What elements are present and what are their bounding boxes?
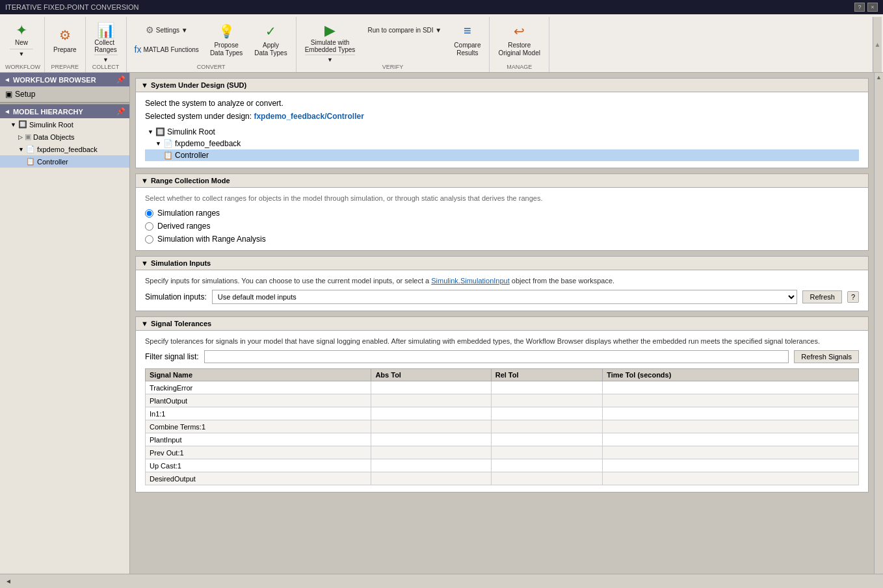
col-rel-tol: Rel Tol xyxy=(491,369,602,381)
table-row[interactable]: In1:1 xyxy=(146,407,859,420)
table-cell-absTol[interactable] xyxy=(371,459,491,472)
sim-refresh-button[interactable]: Refresh xyxy=(802,290,842,303)
compare-results-button[interactable]: ≡ CompareResults xyxy=(449,19,485,60)
table-cell-name[interactable]: TrackingError xyxy=(146,381,371,394)
table-cell-relTol[interactable] xyxy=(491,381,602,394)
sim-inputs-link[interactable]: Simulink.SimulationInput xyxy=(431,277,509,285)
sud-tree: ▼ 🔲 Simulink Root ▼ 📄 fxpdemo_feedback 📋… xyxy=(145,126,859,161)
sim-inputs-select[interactable]: Use default model inputs xyxy=(212,290,798,304)
collect-ranges-button[interactable]: 📊 CollectRanges ▼ xyxy=(90,19,122,60)
table-row[interactable]: Up Cast:1 xyxy=(146,459,859,472)
apply-data-types-label: ApplyData Types xyxy=(254,42,287,57)
refresh-signals-button[interactable]: Refresh Signals xyxy=(794,350,859,363)
model-hierarchy-pin[interactable]: 📌 xyxy=(116,107,125,116)
toolbar-group-verify: ▶ Simulate withEmbedded Types ▼ Run to c… xyxy=(297,17,490,72)
sud-section-header[interactable]: ▼ System Under Design (SUD) xyxy=(136,79,868,92)
table-cell-name[interactable]: PlantInput xyxy=(146,433,371,446)
sud-section: ▼ System Under Design (SUD) Select the s… xyxy=(135,78,869,168)
radio-sim-range-analysis-input[interactable] xyxy=(145,235,153,244)
hierarchy-item-simulink-root[interactable]: ▼ 🔲 Simulink Root xyxy=(0,118,129,131)
radio-sim-range-analysis[interactable]: Simulation with Range Analysis xyxy=(145,235,859,244)
range-collection-header[interactable]: ▼ Range Collection Mode xyxy=(136,174,868,188)
signal-tolerances-section: ▼ Signal Tolerances Specify tolerances f… xyxy=(135,316,869,492)
hierarchy-item-data-objects[interactable]: ▷ ▣ Data Objects xyxy=(0,131,129,143)
apply-data-types-button[interactable]: ✓ ApplyData Types xyxy=(250,19,291,60)
table-cell-timeTol[interactable] xyxy=(603,407,859,420)
compare-results-label: CompareResults xyxy=(454,42,481,57)
radio-sim-ranges[interactable]: Simulation ranges xyxy=(145,209,859,218)
tree-fxpdemo-feedback[interactable]: ▼ 📄 fxpdemo_feedback xyxy=(145,138,859,149)
table-cell-absTol[interactable] xyxy=(371,446,491,459)
table-cell-absTol[interactable] xyxy=(371,394,491,407)
table-cell-timeTol[interactable] xyxy=(603,381,859,394)
tree-simulink-root[interactable]: ▼ 🔲 Simulink Root xyxy=(145,126,859,138)
propose-data-types-button[interactable]: 💡 ProposeData Types xyxy=(205,19,247,60)
table-cell-absTol[interactable] xyxy=(371,381,491,394)
filter-input[interactable] xyxy=(204,350,789,363)
table-cell-timeTol[interactable] xyxy=(603,472,859,485)
table-row[interactable]: DesiredOutput xyxy=(146,472,859,485)
restore-original-button[interactable]: ↩ RestoreOriginal Model xyxy=(494,19,544,60)
table-cell-timeTol[interactable] xyxy=(603,446,859,459)
simulation-inputs-header[interactable]: ▼ Simulation Inputs xyxy=(136,257,868,270)
radio-derived-ranges-input[interactable] xyxy=(145,222,153,231)
table-cell-relTol[interactable] xyxy=(491,394,602,407)
prepare-button[interactable]: ⚙ Prepare xyxy=(49,19,81,60)
right-scrollbar[interactable]: ▲ xyxy=(874,73,883,574)
table-header-row: Signal Name Abs Tol Rel Tol Time Tol (se… xyxy=(146,369,859,381)
table-cell-absTol[interactable] xyxy=(371,407,491,420)
matlab-functions-button[interactable]: fx MATLAB Functions xyxy=(131,40,203,58)
hierarchy-item-controller[interactable]: 📋 Controller xyxy=(0,155,129,168)
table-cell-name[interactable]: Prev Out:1 xyxy=(146,446,371,459)
sim-inputs-suffix: object from the base workspace. xyxy=(512,277,614,285)
table-cell-timeTol[interactable] xyxy=(603,394,859,407)
radio-sim-ranges-label: Simulation ranges xyxy=(157,209,220,218)
radio-derived-ranges-label: Derived ranges xyxy=(157,222,210,231)
title-bar: ITERATIVE FIXED-POINT CONVERSION ? × xyxy=(0,0,883,14)
table-row[interactable]: TrackingError xyxy=(146,381,859,394)
workflow-collapse-btn[interactable]: ◄ xyxy=(4,76,10,83)
settings-button[interactable]: ⚙ Settings ▼ xyxy=(131,21,203,39)
table-cell-relTol[interactable] xyxy=(491,446,602,459)
close-button[interactable]: × xyxy=(867,3,878,12)
table-cell-relTol[interactable] xyxy=(491,420,602,433)
simulate-embedded-button[interactable]: ▶ Simulate withEmbedded Types ▼ xyxy=(300,19,360,60)
scroll-left-btn[interactable]: ◄ xyxy=(5,578,12,585)
signal-tolerances-header[interactable]: ▼ Signal Tolerances xyxy=(136,317,868,331)
table-cell-name[interactable]: DesiredOutput xyxy=(146,472,371,485)
radio-sim-ranges-input[interactable] xyxy=(145,209,153,218)
table-cell-timeTol[interactable] xyxy=(603,420,859,433)
table-row[interactable]: Prev Out:1 xyxy=(146,446,859,459)
table-cell-absTol[interactable] xyxy=(371,433,491,446)
table-cell-timeTol[interactable] xyxy=(603,433,859,446)
help-icon-sim[interactable]: ? xyxy=(847,291,859,303)
radio-derived-ranges[interactable]: Derived ranges xyxy=(145,222,859,231)
apply-icon: ✓ xyxy=(261,22,280,40)
manage-buttons: ↩ RestoreOriginal Model xyxy=(494,17,544,62)
table-cell-relTol[interactable] xyxy=(491,472,602,485)
range-section-title: Range Collection Mode xyxy=(151,177,230,185)
table-cell-relTol[interactable] xyxy=(491,407,602,420)
model-hierarchy-collapse-btn[interactable]: ◄ xyxy=(4,108,10,115)
help-button[interactable]: ? xyxy=(854,3,865,12)
new-button[interactable]: ✦ New ▼ xyxy=(5,19,38,60)
table-cell-relTol[interactable] xyxy=(491,433,602,446)
table-cell-timeTol[interactable] xyxy=(603,459,859,472)
tree-controller[interactable]: 📋 Controller xyxy=(145,149,859,161)
controller-label: Controller xyxy=(37,158,68,166)
table-row[interactable]: PlantInput xyxy=(146,433,859,446)
table-row[interactable]: Combine Terms:1 xyxy=(146,420,859,433)
workflow-browser-pin[interactable]: 📌 xyxy=(116,75,125,84)
sud-selected-value: fxpdemo_feedback/Controller xyxy=(254,112,363,121)
table-cell-absTol[interactable] xyxy=(371,472,491,485)
table-row[interactable]: PlantOutput xyxy=(146,394,859,407)
table-cell-name[interactable]: In1:1 xyxy=(146,407,371,420)
table-cell-name[interactable]: Combine Terms:1 xyxy=(146,420,371,433)
run-to-compare-button[interactable]: Run to compare in SDI ▼ xyxy=(362,21,447,39)
workflow-item-setup[interactable]: ▣ Setup xyxy=(0,86,129,102)
table-cell-name[interactable]: Up Cast:1 xyxy=(146,459,371,472)
hierarchy-item-fxpdemo-feedback[interactable]: ▼ 📄 fxpdemo_feedback xyxy=(0,143,129,155)
table-cell-relTol[interactable] xyxy=(491,459,602,472)
table-cell-absTol[interactable] xyxy=(371,420,491,433)
table-cell-name[interactable]: PlantOutput xyxy=(146,394,371,407)
